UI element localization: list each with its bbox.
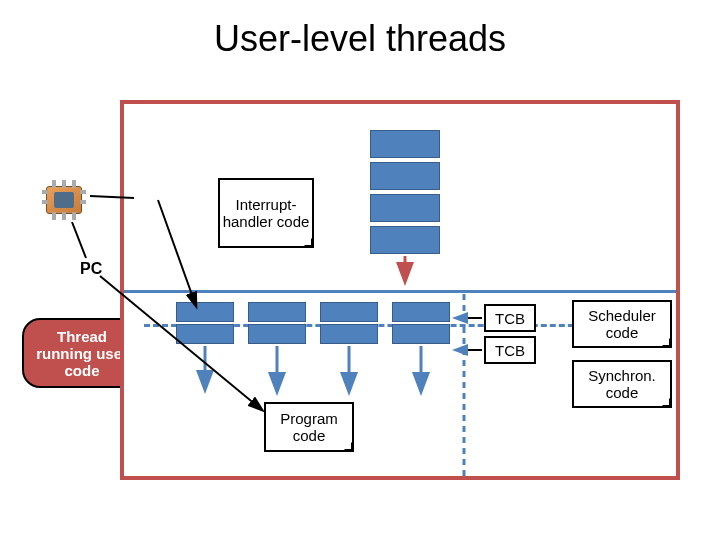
pc-label: PC xyxy=(80,260,102,278)
user-stack-frame xyxy=(248,302,306,322)
user-stack-frame xyxy=(320,302,378,322)
svg-line-10 xyxy=(72,222,86,258)
user-stack-frame xyxy=(176,324,234,344)
scheduler-codebox: Scheduler code xyxy=(572,300,672,348)
diagram-title: User-level threads xyxy=(0,18,720,60)
tcb-box: TCB xyxy=(484,304,536,332)
program-codebox: Program code xyxy=(264,402,354,452)
user-stack-frame xyxy=(392,324,450,344)
kernel-stack-frame xyxy=(370,194,440,222)
user-stack-frame xyxy=(248,324,306,344)
tcb-box: TCB xyxy=(484,336,536,364)
kernel-stack-frame xyxy=(370,130,440,158)
kernel-user-divider xyxy=(124,290,676,293)
kernel-stack-frame xyxy=(370,162,440,190)
user-stack-frame xyxy=(176,302,234,322)
cpu-chip-icon xyxy=(40,180,88,220)
user-stack-frame xyxy=(392,302,450,322)
interrupt-handler-codebox: Interrupt- handler code xyxy=(218,178,314,248)
synchron-codebox: Synchron. code xyxy=(572,360,672,408)
memory-region-box: Interrupt- handler code Program code TCB… xyxy=(120,100,680,480)
kernel-stack-frame xyxy=(370,226,440,254)
user-stack-frame xyxy=(320,324,378,344)
